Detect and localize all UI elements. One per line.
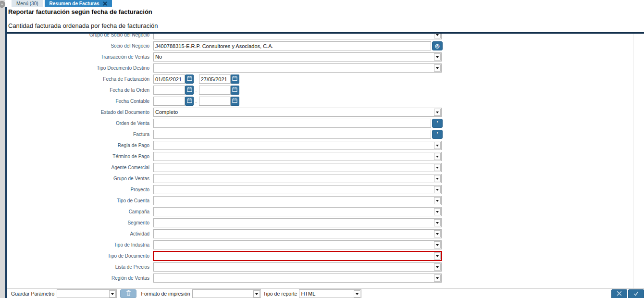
tab-resumen-de-facturas[interactable]: Resumen de Facturas [45,0,112,7]
field-control: No [153,52,442,62]
dropdown-arrow-icon[interactable] [434,274,441,282]
dropdown-arrow-icon[interactable] [434,164,441,171]
tipo-de-industria-combobox[interactable] [153,240,442,249]
field-control [153,163,442,172]
calendar-button[interactable] [185,97,194,106]
field-control [153,251,442,261]
lista-de-precios-label: Lista de Precios [7,264,149,270]
sidebar-expand-button[interactable]: » [0,1,5,8]
ok-button[interactable] [628,289,644,298]
field-control: Completo [153,108,442,117]
dropdown-arrow-icon[interactable] [354,290,360,298]
report-type-label: Tipo de reporte [263,291,297,297]
dropdown-arrow-icon[interactable] [434,64,441,72]
fecha-contable-from-input[interactable] [153,97,185,106]
dropdown-arrow-icon[interactable] [434,175,441,182]
field-control: ’ [153,119,443,128]
dropdown-arrow-icon[interactable] [434,153,441,160]
dropdown-arrow-icon[interactable] [434,34,441,38]
agente-comercial-combobox[interactable] [153,163,442,172]
orden-de-venta-input[interactable] [153,119,431,128]
dropdown-arrow-icon[interactable] [109,290,116,298]
transaccion-de-ventas-combobox[interactable]: No [153,52,442,62]
fecha-de-la-orden-to-input[interactable] [199,86,231,95]
delete-parameter-button[interactable] [120,289,136,298]
tab-resumen-label: Resumen de Facturas [50,1,99,6]
tipo-de-documento-combobox[interactable] [153,251,442,261]
page-title: Reportar facturación según fecha de fact… [8,8,644,15]
dropdown-arrow-icon[interactable] [434,53,441,61]
page: » Menú (30) Resumen de Facturas Reportar… [0,0,644,298]
grupo-de-ventas-value [154,174,433,183]
dropdown-arrow-icon[interactable] [434,219,441,226]
calendar-button[interactable] [185,86,194,95]
socio-del-negocio-input[interactable] [153,41,431,50]
dropdown-arrow-icon[interactable] [434,186,441,193]
field-control [153,34,442,39]
dropdown-arrow-icon[interactable] [434,230,441,237]
dropdown-arrow-icon[interactable] [253,290,260,298]
cancel-x-icon [616,290,622,298]
record-button[interactable]: ◎ [432,41,443,50]
regla-de-pago-combobox[interactable] [153,141,442,150]
grupo-de-ventas-label: Grupo de Ventas [7,176,149,181]
search-icon: ’ [436,121,438,126]
segmento-label: Segmento [7,220,149,225]
page-subtitle: Cantidad facturada ordenada por fecha de… [8,22,644,29]
search-button[interactable]: ’ [432,130,443,139]
calendar-button[interactable] [231,86,239,95]
grupo-de-ventas-combobox[interactable] [153,174,442,183]
fecha-contable-from [153,97,194,106]
dropdown-arrow-icon[interactable] [434,208,441,215]
field-control [153,196,442,205]
calendar-button[interactable] [231,97,239,106]
form-row-orden-de-venta: Orden de Venta’ [7,118,644,129]
fecha-contable-to-input[interactable] [199,97,231,106]
calendar-button[interactable] [185,74,194,84]
termino-de-pago-combobox[interactable] [153,152,442,161]
campana-combobox[interactable] [153,207,442,216]
estado-del-documento-combobox[interactable]: Completo [153,108,442,117]
form-row-agente-comercial: Agente Comercial [7,162,644,173]
save-parameter-combobox[interactable] [57,289,117,298]
calendar-button[interactable] [231,74,239,84]
dropdown-arrow-icon[interactable] [434,241,441,248]
actividad-combobox[interactable] [153,229,442,238]
grupo-de-socio-del-negocio-combobox[interactable] [153,34,442,39]
lista-de-precios-combobox[interactable] [153,262,442,272]
region-de-ventas-combobox[interactable] [153,273,442,283]
form-row-factura: Factura’ [7,129,644,140]
segmento-combobox[interactable] [153,218,442,227]
tipo-documento-destino-combobox[interactable] [153,63,442,73]
fecha-de-facturacion-label: Fecha de Facturación [7,76,149,82]
cancel-button[interactable] [611,289,627,298]
tab-menu[interactable]: Menú (30) [12,0,43,7]
save-parameter-label: Guardar Parámetro [11,291,54,297]
fecha-de-facturacion-to-input[interactable] [199,74,231,84]
grupo-de-socio-del-negocio-label: Grupo de Socio del Negocio [7,34,149,37]
date-range-separator: - [195,99,197,104]
tipo-documento-destino-label: Tipo Documento Destino [7,65,149,71]
dropdown-arrow-icon[interactable] [434,197,441,204]
print-format-combobox[interactable] [192,289,261,298]
report-type-combobox[interactable]: HTML [299,289,361,298]
fecha-de-facturacion-from-input[interactable] [153,74,185,84]
dropdown-arrow-icon[interactable] [434,142,441,149]
fecha-contable-label: Fecha Contable [7,99,149,104]
factura-input[interactable] [153,130,431,139]
form-row-fecha-de-la-orden: Fecha de la Orden- [7,85,644,96]
field-control: - [153,74,239,84]
dropdown-arrow-icon[interactable] [434,263,441,271]
proyecto-combobox[interactable] [153,185,442,194]
dropdown-arrow-icon[interactable] [434,252,441,260]
calendar-icon [232,98,237,105]
field-control [153,63,442,73]
dropdown-arrow-icon[interactable] [434,109,441,116]
tipo-de-cuenta-combobox[interactable] [153,196,442,205]
close-icon[interactable] [103,1,107,6]
field-control [153,185,442,194]
regla-de-pago-value [154,141,433,149]
form-row-actividad: Actividad [7,228,644,239]
search-button[interactable]: ’ [432,119,443,128]
fecha-de-la-orden-from-input[interactable] [153,86,185,95]
